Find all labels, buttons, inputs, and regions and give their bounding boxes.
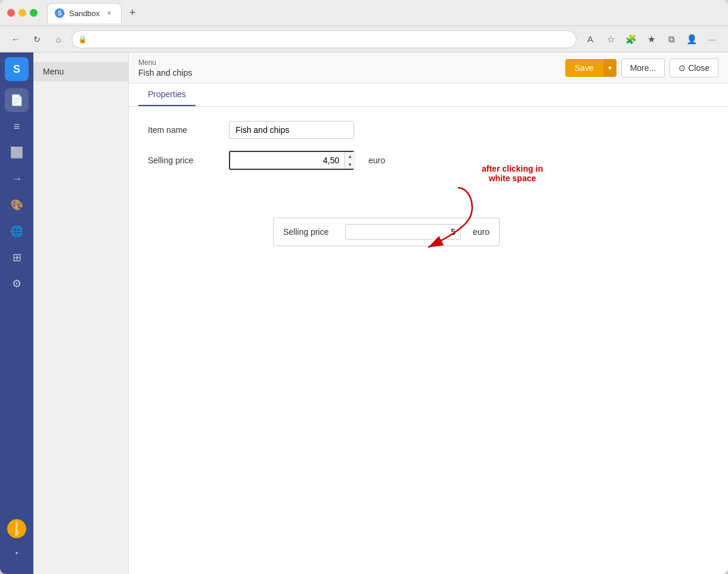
selling-price-row: Selling price ▲ ▼ euro	[148, 151, 709, 170]
sidebar-item-list[interactable]: ≡	[5, 114, 29, 138]
home-button[interactable]: ⌂	[50, 31, 67, 48]
tab-close-button[interactable]: ×	[104, 8, 114, 18]
app-logo[interactable]: S	[5, 57, 29, 81]
maximize-window-button[interactable]	[30, 9, 38, 17]
sidebar-item-globe[interactable]: 🌐	[5, 219, 29, 243]
breadcrumb: Menu Fish and chips	[138, 58, 192, 77]
annotation-text: after clicking in white space	[482, 164, 543, 183]
after-click-price-input[interactable]	[351, 227, 456, 237]
address-bar[interactable]: 🔒	[72, 30, 577, 48]
main-topbar-actions: Save ▾ More... ⊙ Close	[565, 58, 718, 77]
breadcrumb-parent: Menu	[138, 58, 192, 67]
title-bar: S Sandbox × +	[0, 0, 728, 26]
selling-price-input[interactable]	[230, 153, 344, 168]
save-dropdown-button[interactable]: ▾	[603, 59, 617, 77]
traffic-lights	[7, 9, 38, 17]
favorites-collection-button[interactable]: ★	[642, 30, 660, 48]
item-name-input[interactable]	[229, 121, 354, 139]
profile-button[interactable]: 👤	[683, 30, 701, 48]
refresh-button[interactable]: ↻	[29, 31, 45, 48]
collections-button[interactable]: ⧉	[662, 30, 680, 48]
back-button[interactable]: ←	[7, 31, 24, 48]
item-name-row: Item name	[148, 121, 709, 139]
lock-icon: 🔒	[78, 35, 87, 44]
tab-favicon: S	[55, 8, 64, 18]
tab-title: Sandbox	[69, 9, 100, 18]
new-tab-button[interactable]: +	[124, 5, 141, 21]
extensions-button[interactable]: 🧩	[622, 30, 640, 48]
sidebar-item-document[interactable]: 📄	[5, 88, 29, 112]
toolbar-icons: A ☆ 🧩 ★ ⧉ 👤 ···	[581, 30, 721, 48]
sidebar-item-menu[interactable]: Menu	[33, 62, 128, 81]
user-label: kjerner	[14, 522, 19, 535]
minimize-window-button[interactable]	[18, 9, 26, 17]
main-content: Menu Fish and chips Save ▾ More... ⊙ Clo…	[129, 52, 728, 574]
sidebar-item-grid[interactable]: ⊞	[5, 246, 29, 269]
selling-price-input-wrapper: ▲ ▼	[229, 151, 354, 170]
browser-tab-sandbox[interactable]: S Sandbox ×	[47, 3, 122, 23]
secondary-sidebar: Menu	[33, 52, 129, 574]
sidebar-item-login[interactable]: →	[5, 167, 29, 191]
more-button[interactable]: More...	[621, 58, 665, 77]
sidebar-item-settings[interactable]: ⚙	[5, 272, 29, 296]
breadcrumb-current: Fish and chips	[138, 68, 192, 77]
reader-mode-button[interactable]: A	[581, 30, 599, 48]
after-click-input-box	[345, 224, 461, 240]
sidebar-item-layout[interactable]: ⬜	[5, 141, 29, 165]
annotation-area: after clicking in white space	[148, 218, 709, 246]
app-layout: S 📄 ≡ ⬜ → 🎨 🌐 ⊞ ⚙ kjerner ● Menu	[0, 52, 728, 574]
more-options-button[interactable]: ···	[703, 30, 721, 48]
price-increment-button[interactable]: ▲	[345, 152, 355, 160]
close-window-button[interactable]	[7, 9, 15, 17]
logo-letter: S	[13, 63, 20, 76]
tab-properties[interactable]: Properties	[138, 83, 196, 106]
price-decrement-button[interactable]: ▼	[345, 160, 355, 169]
annotation-line1: after clicking in	[482, 164, 543, 173]
sidebar-item-palette[interactable]: 🎨	[5, 193, 29, 217]
item-name-label: Item name	[148, 125, 219, 135]
after-click-container: Selling price euro	[273, 218, 500, 246]
form-content: Item name Selling price ▲ ▼ euro	[129, 107, 728, 574]
after-click-unit: euro	[473, 227, 490, 237]
price-spinners: ▲ ▼	[344, 152, 355, 169]
user-avatar[interactable]: kjerner	[7, 519, 26, 538]
tab-bar: S Sandbox × +	[47, 3, 721, 23]
save-button[interactable]: Save	[565, 59, 603, 77]
main-topbar: Menu Fish and chips Save ▾ More... ⊙ Clo…	[129, 52, 728, 83]
price-unit: euro	[368, 156, 385, 165]
tab-row: Properties	[129, 83, 728, 107]
address-bar-row: ← ↻ ⌂ 🔒 A ☆ 🧩 ★ ⧉ 👤 ···	[0, 26, 728, 52]
selling-price-label: Selling price	[148, 156, 219, 165]
after-click-label: Selling price	[283, 227, 329, 237]
close-icon: ⊙	[679, 63, 686, 73]
icon-sidebar: S 📄 ≡ ⬜ → 🎨 🌐 ⊞ ⚙ kjerner ●	[0, 52, 33, 574]
sidebar-bottom: kjerner ●	[5, 519, 29, 569]
sidebar-item-dot[interactable]: ●	[5, 541, 29, 564]
close-button[interactable]: ⊙ Close	[670, 58, 718, 77]
favorites-button[interactable]: ☆	[602, 30, 619, 48]
annotation-line2: white space	[482, 173, 543, 183]
close-label: Close	[688, 63, 710, 73]
